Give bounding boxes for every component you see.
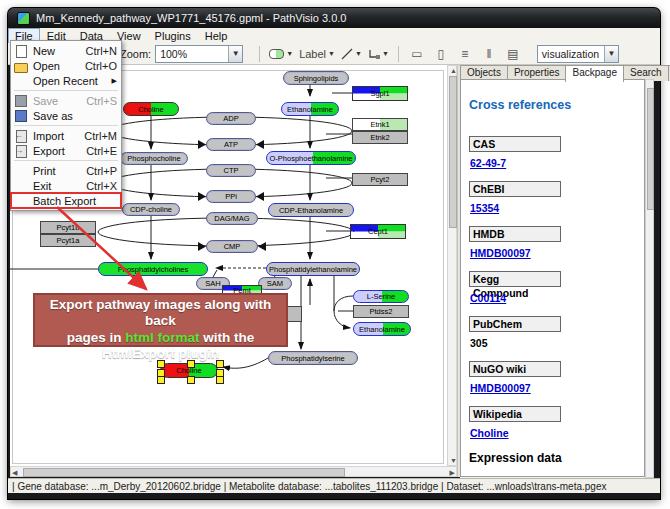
add-datanode-button[interactable]: ▼ — [266, 44, 296, 64]
menu-separator — [14, 160, 118, 161]
submenu-arrow-icon: ▶ — [112, 77, 117, 85]
scroll-down-icon[interactable]: ▼ — [450, 456, 457, 465]
crossref-link-hmdb00097[interactable]: HMDB00097 — [470, 247, 531, 259]
menu-item-label: Open Recent — [33, 75, 100, 87]
scrollbar-thumb[interactable] — [449, 76, 457, 228]
pathway-node-dag-mag[interactable]: DAG/MAG — [206, 212, 258, 225]
window-title: Mm_Kennedy_pathway_WP1771_45176.gpml - P… — [36, 12, 346, 24]
menu-item-batch-export[interactable]: Batch Export — [11, 193, 121, 208]
scrollbar-thumb[interactable] — [647, 88, 654, 210]
align-center-y-button[interactable]: ▯ — [429, 44, 453, 64]
menu-item-label: Exit — [33, 180, 78, 192]
panel-scrollbar[interactable] — [645, 79, 654, 478]
crossref-link-c00114[interactable]: C00114 — [470, 292, 506, 304]
toolbar-separator — [398, 46, 399, 62]
menu-item-export[interactable]: ExportCtrl+E — [11, 143, 121, 158]
scroll-right-icon[interactable]: ▶ — [450, 468, 455, 477]
common-size-button[interactable]: ▤ — [501, 44, 525, 64]
import-icon — [16, 130, 27, 143]
pathway-node-cdp-ethanolamine[interactable]: CDP-Ethanolamine — [268, 203, 354, 217]
toolbar-separator — [259, 46, 260, 62]
pathway-node-phosphatidylethanolamine[interactable]: Phosphatidylethanolamine — [266, 262, 360, 276]
scroll-left-icon[interactable]: ◀ — [12, 468, 17, 477]
menu-item-save[interactable]: SaveCtrl+S — [11, 93, 121, 108]
crossref-link-hmdb00097[interactable]: HMDB00097 — [470, 382, 531, 394]
pathway-node-ctp[interactable]: CTP — [206, 164, 256, 177]
menu-item-print[interactable]: PrintCtrl+P — [11, 163, 121, 178]
pathway-node-sam[interactable]: SAM — [258, 277, 292, 290]
pathway-node-ptdss2[interactable]: Ptdss2 — [353, 305, 409, 318]
menu-item-open-recent[interactable]: Open Recent▶ — [11, 73, 121, 88]
section-header: Kegg Compound — [469, 271, 561, 287]
section-header: CAS — [469, 136, 561, 152]
save-icon — [15, 95, 27, 107]
annotation-callout: Export pathway images along with back pa… — [33, 293, 288, 347]
scrollbar-thumb[interactable] — [23, 468, 345, 477]
pathvisio-app-icon — [17, 12, 30, 25]
zoom-combo[interactable]: 100% ▼ — [155, 45, 243, 63]
pathway-node-phosphocholine[interactable]: Phosphocholine — [120, 152, 188, 165]
crossref-link-62-49-7[interactable]: 62-49-7 — [470, 157, 506, 169]
distribute-vertical-icon: ‖ — [486, 48, 491, 60]
pathway-node-phosphatidylserine[interactable]: Phosphatidylserine — [268, 351, 358, 365]
pathway-node-pcyt1b[interactable]: Pcyt1b — [40, 221, 96, 234]
pathway-node-etnk1[interactable]: Etnk1 — [352, 118, 408, 131]
pathway-node-sphingolipids[interactable]: Sphingolipids — [283, 71, 349, 85]
selection-handle[interactable] — [157, 376, 165, 384]
canvas-horizontal-scrollbar[interactable]: ◀ ▶ — [10, 466, 457, 477]
menu-separator — [14, 90, 118, 91]
pathway-node-cmp[interactable]: CMP — [206, 240, 258, 253]
visualization-combo[interactable]: visualization ▼ — [537, 45, 619, 63]
pathway-node-adp[interactable]: ADP — [206, 112, 256, 125]
pathway-node-pcyt1a[interactable]: Pcyt1a — [40, 234, 96, 247]
title-bar[interactable]: Mm_Kennedy_pathway_WP1771_45176.gpml - P… — [8, 8, 660, 28]
pathway-node-cept1[interactable]: Cept1 — [350, 224, 406, 239]
add-label-button[interactable]: Label▼ — [296, 44, 338, 64]
pathway-node-o-phosphoethanolamine[interactable]: O-Phosphoethanolamine — [266, 151, 356, 165]
menubar-item-help[interactable]: Help — [198, 29, 235, 43]
backpage-section-kegg-compound: Kegg CompoundC00114 — [469, 271, 644, 304]
menu-item-save-as[interactable]: Save as — [11, 108, 121, 123]
file-menu: NewCtrl+NOpenCtrl+OOpen Recent▶SaveCtrl+… — [10, 40, 122, 211]
pathway-node-ethanolamine[interactable]: Ethanolamine — [281, 102, 339, 116]
canvas-vertical-scrollbar[interactable]: ▲ ▼ — [447, 65, 457, 466]
selection-handle[interactable] — [216, 376, 224, 384]
menu-item-exit[interactable]: ExitCtrl+X — [11, 178, 121, 193]
draw-line-button[interactable]: ▼ — [338, 44, 365, 64]
scroll-up-icon[interactable]: ▲ — [450, 66, 457, 75]
align-center-y-icon: ▯ — [438, 48, 445, 60]
distribute-horizontal-button[interactable]: ≡ — [453, 44, 477, 64]
combo-arrow-icon[interactable]: ▼ — [604, 46, 618, 62]
common-size-icon: ▤ — [507, 48, 518, 60]
crossref-link-15354[interactable]: 15354 — [470, 202, 499, 214]
menu-item-shortcut: Ctrl+P — [86, 165, 117, 177]
backpage-section-pubchem: PubChem305 — [469, 316, 644, 349]
zoom-value: 100% — [156, 48, 228, 60]
callout-line2c: with the — [200, 330, 255, 345]
section-header: PubChem — [469, 316, 561, 332]
menu-item-new[interactable]: NewCtrl+N — [11, 43, 121, 58]
pathway-node-ethanolamine[interactable]: Ethanolamine — [353, 322, 411, 336]
crossref-value: 305 — [470, 337, 644, 349]
draw-connector-button[interactable]: ▼ — [365, 44, 392, 64]
align-center-x-button[interactable]: ▭ — [405, 44, 429, 64]
pathway-node-choline[interactable]: Choline — [123, 102, 179, 116]
menu-item-open[interactable]: OpenCtrl+O — [11, 58, 121, 73]
pathway-node-sgpl1[interactable]: Sgpl1 — [352, 86, 408, 101]
pathway-node-phosphatidylcholines[interactable]: Phosphatidylcholines — [98, 262, 208, 276]
pathway-node-ppi[interactable]: PPi — [206, 190, 256, 203]
pathway-node-pcyt2[interactable]: Pcyt2 — [352, 173, 408, 186]
menubar-item-plugins[interactable]: Plugins — [148, 29, 198, 43]
callout-line2a: pages in — [67, 330, 126, 345]
tab-backpage[interactable]: Backpage — [565, 65, 623, 82]
combo-arrow-icon[interactable]: ▼ — [228, 46, 242, 62]
pathway-node-etnk2[interactable]: Etnk2 — [352, 131, 408, 144]
pathway-node-l-serine[interactable]: L-Serine — [353, 290, 409, 303]
crossref-link-choline[interactable]: Choline — [470, 427, 509, 439]
menu-item-import[interactable]: ImportCtrl+M — [11, 128, 121, 143]
pathway-node-choline[interactable]: Choline — [160, 363, 218, 378]
pathway-node-atp[interactable]: ATP — [206, 138, 256, 151]
selection-handle[interactable] — [187, 376, 195, 384]
pathway-node-cdp-choline[interactable]: CDP-choline — [122, 203, 180, 216]
distribute-vertical-button[interactable]: ‖ — [477, 44, 501, 64]
